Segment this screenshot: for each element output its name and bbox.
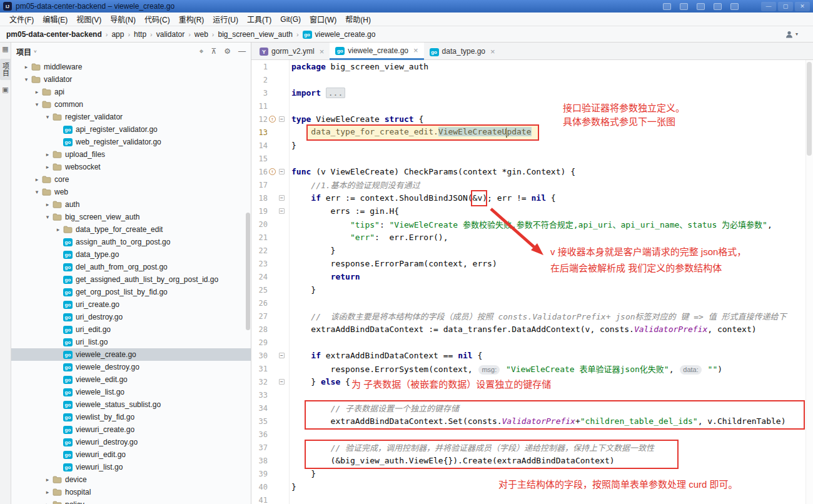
chevron-collapsed-icon[interactable]: ▸ — [43, 489, 53, 495]
chevron-collapsed-icon[interactable]: ▸ — [21, 64, 31, 70]
tree-item-web_register_validator[interactable]: goweb_register_validator.go — [11, 136, 251, 148]
menu-item[interactable]: 代码(C) — [140, 14, 174, 24]
chevron-collapsed-icon[interactable]: ▸ — [43, 476, 53, 483]
structure-icon[interactable]: ▦ — [2, 46, 8, 53]
chevron-expanded-icon[interactable]: ▾ — [32, 101, 42, 108]
chevron-down-icon[interactable]: ▾ — [795, 31, 798, 37]
tree-item-viewlist_by_fid[interactable]: goviewlist_by_fid.go — [11, 411, 251, 423]
project-tree-scrollbar[interactable] — [246, 213, 250, 330]
tree-item-validator[interactable]: ▾validator — [11, 73, 251, 86]
tree-item-viewele_destroy[interactable]: goviewele_destroy.go — [11, 361, 251, 373]
tree-item-upload_files[interactable]: ▸upload_files — [11, 148, 251, 161]
tree-item-del_auth_from_org_post[interactable]: godel_auth_from_org_post.go — [11, 261, 251, 273]
close-button[interactable]: ✕ — [795, 2, 810, 11]
project-panel-title[interactable]: 项目 — [16, 46, 31, 57]
breadcrumb-item[interactable]: pm05-data-center-backend — [6, 30, 102, 39]
hide-panel-icon[interactable]: — — [238, 47, 246, 56]
code-editor[interactable]: 1package big_screen_view_auth23import ..… — [251, 60, 813, 504]
close-tab-icon[interactable]: × — [320, 47, 325, 56]
maximize-button[interactable]: ▢ — [778, 2, 793, 11]
tree-item-device[interactable]: ▸device — [11, 473, 251, 486]
tree-item-websocket[interactable]: ▸websocket — [11, 161, 251, 173]
menu-item[interactable]: 运行(U) — [208, 14, 243, 24]
breadcrumb-item[interactable]: big_screen_view_auth — [218, 30, 293, 39]
implemented-gutter-icon[interactable]: ↑ — [269, 168, 276, 175]
chevron-collapsed-icon[interactable]: ▸ — [43, 164, 53, 170]
bookmark-icon[interactable]: ▣ — [2, 86, 8, 93]
tree-item-data_type_for_create_edit[interactable]: ▸data_type_for_create_edit — [11, 223, 251, 236]
user-icon[interactable] — [785, 30, 794, 39]
tree-item-core[interactable]: ▸core — [11, 173, 251, 186]
editor-tab-viewele_create-go[interactable]: goviewele_create.go× — [330, 43, 423, 60]
chevron-expanded-icon[interactable]: ▾ — [21, 76, 31, 83]
tree-item-middleware[interactable]: ▸middleware — [11, 61, 251, 73]
breadcrumb-item[interactable]: viewele_create.go — [315, 30, 376, 39]
tree-item-get_assigned_auth_list_by_org_post_id[interactable]: goget_assigned_auth_list_by_org_post_id.… — [11, 273, 251, 286]
close-tab-icon[interactable]: × — [490, 47, 495, 56]
tree-item-policy[interactable]: ▸policy — [11, 498, 251, 504]
tree-item-viewele_list[interactable]: goviewele_list.go — [11, 386, 251, 398]
menu-item[interactable]: 视图(V) — [72, 14, 106, 24]
breadcrumb-item[interactable]: web — [194, 30, 208, 39]
tree-item-hospital[interactable]: ▸hospital — [11, 486, 251, 498]
menu-item[interactable]: 窗口(W) — [305, 14, 341, 24]
chevron-collapsed-icon[interactable]: ▸ — [32, 89, 42, 95]
tree-item-get_org_post_list_by_fid[interactable]: goget_org_post_list_by_fid.go — [11, 286, 251, 298]
tree-item-viewuri_list[interactable]: goviewuri_list.go — [11, 461, 251, 473]
tree-item-viewuri_destroy[interactable]: goviewuri_destroy.go — [11, 436, 251, 448]
menu-item[interactable]: 导航(N) — [106, 14, 140, 24]
menu-item[interactable]: 编辑(E) — [38, 14, 72, 24]
tree-item-auth[interactable]: ▸auth — [11, 198, 251, 211]
fold-icon[interactable]: − — [279, 353, 285, 358]
editor-scrollbar-thumb[interactable] — [807, 62, 812, 156]
chevron-collapsed-icon[interactable]: ▸ — [43, 501, 53, 504]
chevron-expanded-icon[interactable]: ▾ — [32, 189, 42, 195]
implemented-gutter-icon[interactable]: ↑ — [269, 116, 276, 123]
tree-item-uri_edit[interactable]: gouri_edit.go — [11, 323, 251, 336]
tree-item-common[interactable]: ▾common — [11, 98, 251, 111]
project-tool-button[interactable]: 项目 — [0, 59, 11, 80]
breadcrumb-item[interactable]: app — [111, 30, 124, 39]
tree-item-data_type[interactable]: godata_type.go — [11, 248, 251, 261]
chevron-down-icon[interactable]: ˅ — [34, 49, 37, 54]
chevron-expanded-icon[interactable]: ▾ — [43, 214, 53, 220]
tree-item-viewuri_create[interactable]: goviewuri_create.go — [11, 423, 251, 436]
minimize-button[interactable]: — — [761, 2, 776, 11]
fold-icon[interactable]: − — [279, 169, 285, 174]
chevron-collapsed-icon[interactable]: ▸ — [43, 151, 53, 158]
chevron-collapsed-icon[interactable]: ▸ — [43, 201, 53, 208]
editor-scrollbar[interactable] — [805, 60, 813, 504]
editor-tab-gorm_v2-yml[interactable]: Ygorm_v2.yml× — [254, 43, 330, 60]
breadcrumb-item[interactable]: http — [134, 30, 146, 39]
menu-item[interactable]: 文件(F) — [5, 14, 38, 24]
menu-item[interactable]: 工具(T) — [243, 14, 276, 24]
menu-item[interactable]: Git(G) — [276, 15, 305, 24]
tree-item-web[interactable]: ▾web — [11, 186, 251, 198]
breadcrumb-item[interactable]: validator — [156, 30, 184, 39]
tree-item-viewele_status_sublist[interactable]: goviewele_status_sublist.go — [11, 398, 251, 411]
collapse-all-icon[interactable]: ⊼ — [211, 47, 216, 56]
tree-item-register_validator[interactable]: ▾register_validator — [11, 111, 251, 123]
tree-item-uri_create[interactable]: gouri_create.go — [11, 298, 251, 311]
tree-item-uri_destroy[interactable]: gouri_destroy.go — [11, 311, 251, 323]
tree-item-assign_auth_to_org_post[interactable]: goassign_auth_to_org_post.go — [11, 236, 251, 248]
tree-item-api[interactable]: ▸api — [11, 86, 251, 98]
tree-item-viewuri_edit[interactable]: goviewuri_edit.go — [11, 448, 251, 461]
editor-tab-data_type-go[interactable]: godata_type.go× — [424, 43, 501, 60]
chevron-expanded-icon[interactable]: ▾ — [43, 114, 53, 120]
menu-item[interactable]: 帮助(H) — [341, 14, 375, 24]
settings-gear-icon[interactable]: ⚙ — [224, 47, 231, 56]
chevron-collapsed-icon[interactable]: ▸ — [32, 176, 42, 183]
menu-item[interactable]: 重构(R) — [174, 14, 209, 24]
close-tab-icon[interactable]: × — [413, 46, 418, 55]
fold-icon[interactable]: − — [279, 195, 285, 201]
tree-item-viewele_create[interactable]: goviewele_create.go — [11, 348, 251, 361]
fold-icon[interactable]: − — [279, 208, 285, 214]
locate-file-icon[interactable]: ⌖ — [199, 47, 204, 56]
tree-item-big_screen_view_auth[interactable]: ▾big_screen_view_auth — [11, 211, 251, 223]
tree-item-viewele_edit[interactable]: goviewele_edit.go — [11, 373, 251, 386]
chevron-collapsed-icon[interactable]: ▸ — [53, 226, 63, 233]
fold-icon[interactable]: − — [279, 379, 285, 385]
tree-item-uri_list[interactable]: gouri_list.go — [11, 336, 251, 348]
tree-item-api_register_validator[interactable]: goapi_register_validator.go — [11, 123, 251, 136]
